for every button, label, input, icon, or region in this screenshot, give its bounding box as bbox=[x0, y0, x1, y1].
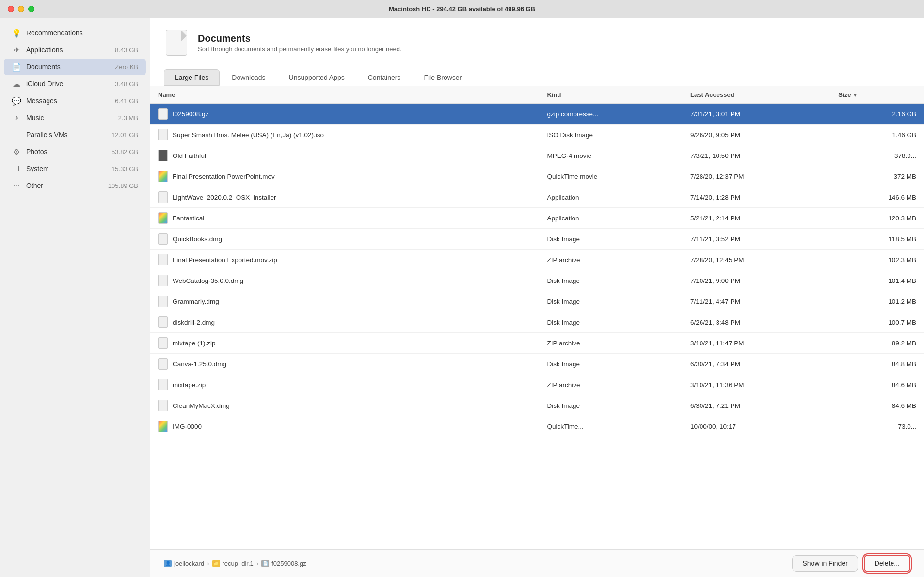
table-row[interactable]: Final Presentation Exported.mov.zipZIP a… bbox=[150, 250, 924, 270]
file-last-accessed: 3/10/21, 11:36 PM bbox=[683, 374, 830, 395]
table-row[interactable]: mixtape (1).zipZIP archive3/10/21, 11:47… bbox=[150, 333, 924, 354]
file-name-cell: diskdrill-2.dmg bbox=[150, 312, 539, 333]
file-name: Final Presentation Exported.mov.zip bbox=[173, 256, 277, 264]
file-name-cell: mixtape.zip bbox=[150, 374, 539, 395]
sidebar-icon-recommendations: 💡 bbox=[12, 28, 21, 38]
sidebar-item-messages[interactable]: 💬Messages6.41 GB bbox=[4, 93, 146, 109]
tab-containers[interactable]: Containers bbox=[357, 69, 412, 86]
sidebar-item-music[interactable]: ♪Music2.3 MB bbox=[4, 109, 146, 126]
tab-file-browser[interactable]: File Browser bbox=[413, 69, 473, 86]
user-icon: 👤 bbox=[164, 560, 172, 567]
file-name-cell: mixtape (1).zip bbox=[150, 333, 539, 354]
section-title: Documents bbox=[198, 33, 402, 44]
sidebar-item-photos[interactable]: ⚙Photos53.82 GB bbox=[4, 143, 146, 160]
sidebar-icon-photos: ⚙ bbox=[12, 147, 21, 156]
table-row[interactable]: Old FaithfulMPEG-4 movie7/3/21, 10:50 PM… bbox=[150, 145, 924, 166]
file-kind: ZIP archive bbox=[539, 374, 683, 395]
file-name-cell: IMG-0000 bbox=[150, 416, 539, 437]
file-name: Grammarly.dmg bbox=[173, 298, 219, 305]
col-header-last-accessed[interactable]: Last Accessed bbox=[683, 86, 830, 104]
file-type-icon bbox=[158, 316, 168, 328]
table-row[interactable]: QuickBooks.dmgDisk Image7/11/21, 3:52 PM… bbox=[150, 229, 924, 250]
file-type-icon bbox=[158, 191, 168, 203]
file-kind: gzip compresse... bbox=[539, 104, 683, 125]
breadcrumb-file-label: f0259008.gz bbox=[271, 560, 306, 567]
file-last-accessed: 7/14/20, 1:28 PM bbox=[683, 187, 830, 208]
col-header-name[interactable]: Name bbox=[150, 86, 539, 104]
file-name-cell: Fantastical bbox=[150, 208, 539, 229]
sidebar-icon-documents: 📄 bbox=[12, 62, 21, 72]
file-size: 102.3 MB bbox=[830, 250, 924, 270]
file-name: diskdrill-2.dmg bbox=[173, 319, 215, 326]
sidebar-item-parallels[interactable]: Parallels VMs12.01 GB bbox=[4, 126, 146, 143]
sidebar-size-system: 15.33 GB bbox=[112, 165, 138, 172]
file-type-icon bbox=[158, 421, 168, 432]
section-icon bbox=[164, 28, 189, 57]
tab-downloads[interactable]: Downloads bbox=[221, 69, 276, 86]
file-name: Final Presentation PowerPoint.mov bbox=[173, 173, 275, 180]
file-type-icon bbox=[158, 171, 168, 182]
file-kind: Disk Image bbox=[539, 270, 683, 291]
table-row[interactable]: IMG-0000QuickTime...10/00/00, 10:1773.0.… bbox=[150, 416, 924, 437]
sidebar-label-icloud: iCloud Drive bbox=[26, 80, 115, 88]
file-type-icon bbox=[158, 400, 168, 411]
file-type-icon bbox=[158, 108, 168, 120]
sidebar-item-documents[interactable]: 📄DocumentsZero KB bbox=[4, 59, 146, 75]
sidebar-size-icloud: 3.48 GB bbox=[115, 80, 138, 88]
file-last-accessed: 9/26/20, 9:05 PM bbox=[683, 125, 830, 145]
show-in-finder-button[interactable]: Show in Finder bbox=[792, 555, 858, 572]
file-kind: Disk Image bbox=[539, 354, 683, 374]
sidebar-item-applications[interactable]: ✈Applications8.43 GB bbox=[4, 42, 146, 58]
table-row[interactable]: FantasticalApplication5/21/21, 2:14 PM12… bbox=[150, 208, 924, 229]
file-kind: Disk Image bbox=[539, 395, 683, 416]
breadcrumb-folder: 📁 recup_dir.1 bbox=[212, 560, 254, 567]
file-size: 118.5 MB bbox=[830, 229, 924, 250]
table-row[interactable]: Canva-1.25.0.dmgDisk Image6/30/21, 7:34 … bbox=[150, 354, 924, 374]
titlebar: Macintosh HD - 294.42 GB available of 49… bbox=[0, 0, 924, 18]
file-last-accessed: 7/10/21, 9:00 PM bbox=[683, 270, 830, 291]
file-last-accessed: 6/30/21, 7:21 PM bbox=[683, 395, 830, 416]
file-name: CleanMyMacX.dmg bbox=[173, 402, 230, 409]
sidebar-item-recommendations[interactable]: 💡Recommendations bbox=[4, 25, 146, 41]
file-kind: Application bbox=[539, 208, 683, 229]
file-name-cell: WebCatalog-35.0.0.dmg bbox=[150, 270, 539, 291]
file-size: 146.6 MB bbox=[830, 187, 924, 208]
table-row[interactable]: WebCatalog-35.0.0.dmgDisk Image7/10/21, … bbox=[150, 270, 924, 291]
table-container[interactable]: Name Kind Last Accessed Size ▼ bbox=[150, 86, 924, 549]
table-row[interactable]: LightWave_2020.0.2_OSX_installerApplicat… bbox=[150, 187, 924, 208]
sidebar-icon-system: 🖥 bbox=[12, 164, 21, 173]
fullscreen-button[interactable] bbox=[28, 6, 34, 12]
table-row[interactable]: f0259008.gzgzip compresse...7/31/21, 3:0… bbox=[150, 104, 924, 125]
file-name: mixtape.zip bbox=[173, 381, 206, 389]
table-row[interactable]: Final Presentation PowerPoint.movQuickTi… bbox=[150, 166, 924, 187]
table-row[interactable]: CleanMyMacX.dmgDisk Image6/30/21, 7:21 P… bbox=[150, 395, 924, 416]
file-last-accessed: 7/11/21, 4:47 PM bbox=[683, 291, 830, 312]
breadcrumb-file: 📄 f0259008.gz bbox=[261, 560, 306, 567]
sidebar-item-other[interactable]: ···Other105.89 GB bbox=[4, 177, 146, 194]
sidebar-size-photos: 53.82 GB bbox=[112, 148, 138, 156]
table-row[interactable]: mixtape.zipZIP archive3/10/21, 11:36 PM8… bbox=[150, 374, 924, 395]
file-size: 84.8 MB bbox=[830, 354, 924, 374]
sidebar-item-system[interactable]: 🖥System15.33 GB bbox=[4, 160, 146, 177]
table-row[interactable]: Grammarly.dmgDisk Image7/11/21, 4:47 PM1… bbox=[150, 291, 924, 312]
delete-button[interactable]: Delete... bbox=[864, 555, 910, 572]
file-name: WebCatalog-35.0.0.dmg bbox=[173, 277, 243, 284]
file-kind: Application bbox=[539, 187, 683, 208]
file-type-icon bbox=[158, 254, 168, 265]
sidebar-label-photos: Photos bbox=[26, 148, 112, 156]
close-button[interactable] bbox=[8, 6, 14, 12]
table-row[interactable]: Super Smash Bros. Melee (USA) (En,Ja) (v… bbox=[150, 125, 924, 145]
col-header-size[interactable]: Size ▼ bbox=[830, 86, 924, 104]
col-header-kind[interactable]: Kind bbox=[539, 86, 683, 104]
minimize-button[interactable] bbox=[18, 6, 24, 12]
file-kind: ISO Disk Image bbox=[539, 125, 683, 145]
sidebar-item-icloud[interactable]: ☁iCloud Drive3.48 GB bbox=[4, 76, 146, 92]
table-row[interactable]: diskdrill-2.dmgDisk Image6/26/21, 3:48 P… bbox=[150, 312, 924, 333]
tab-large-files[interactable]: Large Files bbox=[164, 69, 220, 86]
file-type-icon bbox=[158, 379, 168, 390]
file-type-icon bbox=[158, 150, 168, 161]
tab-unsupported-apps[interactable]: Unsupported Apps bbox=[278, 69, 356, 86]
app-body: 💡Recommendations✈Applications8.43 GB📄Doc… bbox=[0, 18, 924, 577]
breadcrumb-user-label: joellockard bbox=[174, 560, 204, 567]
breadcrumb-sep-1: › bbox=[207, 560, 209, 567]
